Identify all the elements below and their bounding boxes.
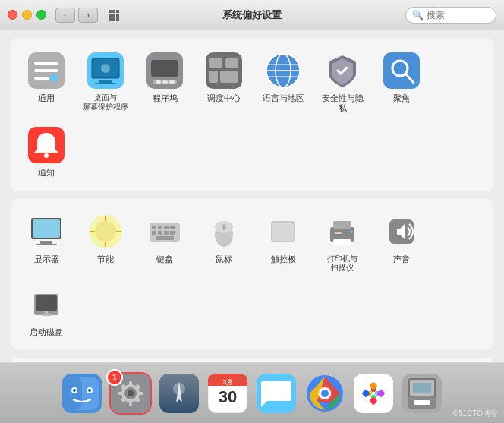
notifications-label: 通知 [38,168,55,178]
pref-printers[interactable]: 打印机与扫描仪 [315,208,370,276]
dock: 1 3月 30 [0,362,504,423]
svg-rect-61 [156,236,174,240]
dock-syspref[interactable]: 1 [109,372,152,415]
svg-rect-69 [333,221,351,229]
search-input[interactable] [427,10,495,21]
svg-rect-4 [112,14,115,17]
trackpad-icon [263,212,303,251]
svg-rect-23 [156,80,161,84]
svg-rect-25 [169,80,175,84]
pref-general[interactable]: 通用 [19,47,74,117]
dock-photos[interactable] [352,372,395,415]
pref-trackpad[interactable]: 触控板 [256,208,310,276]
svg-point-126 [128,390,134,396]
dock-chrome[interactable] [304,372,346,415]
notifications-icon [27,125,66,165]
missioncontrol-label: 调度中心 [207,93,241,103]
svg-rect-27 [209,58,222,68]
pref-missioncontrol[interactable]: 调度中心 [197,47,251,117]
dock-launchpad[interactable] [158,372,200,415]
svg-point-146 [321,390,329,397]
pref-language[interactable]: 语言与地区 [256,47,310,117]
svg-point-41 [44,153,49,158]
svg-rect-53 [152,226,156,229]
pref-keyboard[interactable]: 键盘 [137,208,192,276]
language-icon [263,51,303,90]
mouse-icon [204,212,244,251]
watermark: ©51CTO博客 [453,409,498,419]
dock-syspref-badge: 1 [106,369,123,386]
svg-rect-159 [413,383,431,393]
svg-point-76 [45,311,48,314]
svg-point-65 [222,226,226,229]
section-personal: 通用 桌面与屏幕保护程序 [11,38,493,191]
displays-label: 显示器 [34,254,59,264]
back-button[interactable]: ‹ [55,8,75,23]
trackpad-label: 触控板 [271,254,296,264]
section-hardware: 显示器 节能 [11,199,493,350]
svg-point-122 [88,389,91,392]
search-box[interactable]: 🔍 [405,7,496,24]
svg-point-121 [73,389,76,392]
forward-button[interactable]: › [78,8,98,23]
spotlight-label: 聚焦 [393,93,410,103]
pref-energy[interactable]: 节能 [78,208,133,276]
pref-sound[interactable]: 声音 [374,208,429,276]
language-label: 语言与地区 [263,93,304,103]
dock-messages-icon [255,372,298,415]
pref-mouse[interactable]: 鼠标 [197,208,251,276]
svg-text:3月: 3月 [223,379,232,386]
dock-launchpad-icon [158,372,200,415]
pref-displays[interactable]: 显示器 [19,208,74,276]
svg-point-19 [101,64,110,73]
svg-rect-60 [170,231,175,235]
svg-text:30: 30 [219,387,237,406]
maximize-button[interactable] [36,10,46,20]
window-title: 系统偏好设置 [222,8,282,22]
dock-messages[interactable] [255,372,298,415]
minimize-button[interactable] [22,10,32,20]
pref-startup[interactable]: 启动磁盘 [19,281,74,341]
pref-dock[interactable]: 程序坞 [137,47,192,117]
svg-point-13 [50,74,58,82]
svg-rect-71 [335,232,342,234]
missioncontrol-icon [204,51,244,90]
svg-rect-118 [65,377,82,410]
svg-rect-59 [164,231,169,235]
svg-rect-128 [129,401,132,406]
dock-printer-icon [401,372,443,415]
svg-rect-45 [36,244,57,245]
dock-calendar-icon: 3月 30 [206,372,249,415]
dock-calendar[interactable]: 3月 30 [206,372,249,415]
dock-label: 程序坞 [153,93,178,103]
svg-rect-130 [138,392,143,395]
pref-desktop[interactable]: 桌面与屏幕保护程序 [78,47,133,117]
dock-printer[interactable] [401,372,443,415]
dock-finder-icon [61,372,103,415]
svg-rect-77 [42,314,51,316]
energy-icon [86,212,125,251]
desktop-icon [86,51,125,90]
svg-rect-8 [116,17,119,21]
close-button[interactable] [8,10,17,20]
startup-icon [27,285,66,324]
sound-icon [382,212,421,251]
svg-rect-0 [109,10,112,13]
svg-rect-161 [414,400,430,405]
pref-notifications[interactable]: 通知 [19,122,74,182]
dock-photos-icon [352,372,395,415]
pref-spotlight[interactable]: 聚焦 [374,47,429,117]
pref-security[interactable]: 安全性与隐私 [315,47,370,117]
grid-view-button[interactable] [104,8,124,23]
svg-rect-21 [151,60,178,77]
svg-rect-5 [116,14,119,17]
svg-rect-24 [162,80,168,84]
general-icon [27,51,66,90]
printers-icon [323,212,362,251]
dock-finder[interactable] [61,372,103,415]
svg-rect-75 [36,295,57,311]
svg-rect-67 [272,223,294,241]
titlebar: ‹ › 系统偏好设置 🔍 [0,0,504,30]
energy-label: 节能 [97,254,114,264]
svg-rect-55 [164,226,169,229]
